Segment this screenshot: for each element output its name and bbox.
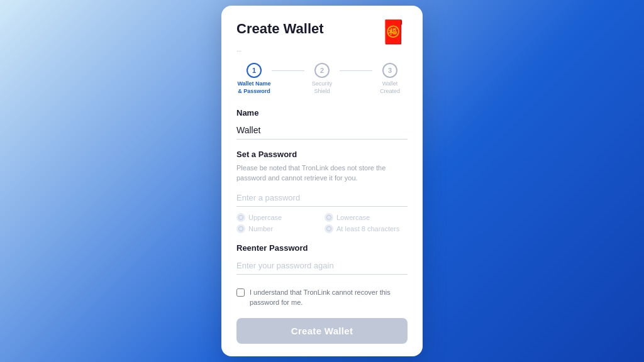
step-1: 1 Wallet Name& Password <box>236 63 272 95</box>
checkbox-row: I understand that TronLink cannot recove… <box>236 287 408 308</box>
password-checks: Uppercase Lowercase Number At least 8 ch… <box>236 213 408 233</box>
check-length-icon <box>325 224 333 233</box>
stepper: 1 Wallet Name& Password 2 SecurityShield… <box>236 63 408 95</box>
check-length: At least 8 characters <box>325 224 408 233</box>
reenter-input[interactable] <box>236 256 408 275</box>
step-2-label: SecurityShield <box>312 80 333 95</box>
card-header: Create Wallet 🧧 <box>236 21 408 43</box>
step-2-circle: 2 <box>314 63 330 78</box>
wallet-icon: 🧧 <box>379 21 408 43</box>
check-uppercase: Uppercase <box>236 213 319 222</box>
check-uppercase-icon <box>236 213 245 222</box>
reenter-label: Reenter Password <box>236 243 408 253</box>
svg-point-2 <box>239 226 243 231</box>
step-line-1 <box>272 70 304 71</box>
step-1-circle: 1 <box>247 63 262 78</box>
reenter-group: Reenter Password <box>236 243 408 275</box>
svg-point-3 <box>327 226 331 231</box>
check-lowercase-label: Lowercase <box>336 214 370 221</box>
check-number-icon <box>236 224 245 233</box>
svg-point-0 <box>239 215 243 219</box>
name-group: Name <box>236 108 408 140</box>
step-3-circle: 3 <box>382 63 397 78</box>
password-group: Set a Password Please be noted that Tron… <box>236 150 408 233</box>
name-label: Name <box>236 108 408 118</box>
step-3-label: WalletCreated <box>380 80 400 95</box>
check-uppercase-label: Uppercase <box>248 214 282 221</box>
password-input[interactable] <box>236 189 408 207</box>
step-line-2 <box>340 70 372 71</box>
step-3: 3 WalletCreated <box>372 63 408 95</box>
check-number: Number <box>236 224 319 233</box>
step-1-label: Wallet Name& Password <box>237 80 270 95</box>
name-input[interactable] <box>236 121 408 140</box>
password-note: Please be noted that TronLink does not s… <box>236 163 408 184</box>
terms-checkbox[interactable] <box>236 288 245 297</box>
create-wallet-card: Create Wallet 🧧 ... 1 Wallet Name& Passw… <box>221 6 423 356</box>
page-title: Create Wallet <box>236 21 324 37</box>
create-wallet-button[interactable]: Create Wallet <box>236 318 408 344</box>
header-sub: ... <box>236 46 408 53</box>
check-length-label: At least 8 characters <box>336 225 399 233</box>
svg-point-1 <box>327 215 331 219</box>
step-2: 2 SecurityShield <box>304 63 340 95</box>
check-number-label: Number <box>248 225 273 233</box>
password-section-label: Set a Password <box>236 150 408 159</box>
check-lowercase: Lowercase <box>325 213 408 222</box>
check-lowercase-icon <box>325 213 333 222</box>
terms-label[interactable]: I understand that TronLink cannot recove… <box>250 287 408 308</box>
